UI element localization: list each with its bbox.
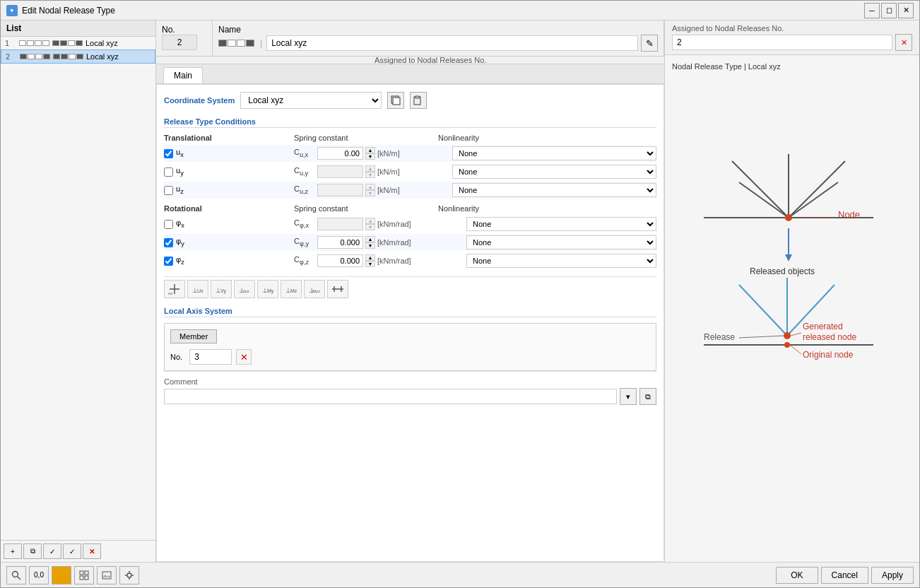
assigned-bar: Assigned to Nodal Releases No. (156, 57, 664, 64)
svg-text:Mz: Mz (290, 288, 297, 293)
comment-section: Comment ▾ ⧉ (164, 371, 656, 405)
name-icon-box (228, 40, 236, 47)
grid-button[interactable] (74, 566, 94, 584)
rotational-header-row: Rotational Spring constant Nonlinearity (164, 204, 656, 213)
assigned-section: Assigned to Nodal Releases No. 2 ✕ (665, 20, 919, 55)
phiy-nonlin-select[interactable]: None (466, 235, 656, 249)
local-axis-section: Local Axis System Member No. 3 ✕ (164, 307, 656, 371)
settings-button[interactable] (119, 566, 139, 584)
list-item-selected[interactable]: 2 Local xyz (1, 49, 155, 64)
uz-nonlin-select[interactable]: None (452, 183, 656, 197)
phiz-spin-down[interactable]: ▼ (365, 261, 375, 267)
comment-label: Comment (164, 377, 656, 386)
ux-checkbox[interactable] (164, 149, 173, 158)
icon-box (35, 54, 42, 59)
svg-rect-53 (102, 572, 111, 579)
list-item[interactable]: 1 Local xyz (1, 37, 155, 49)
phiy-spin-up[interactable]: ▲ (365, 236, 375, 242)
phiz-spin-up[interactable]: ▲ (365, 254, 375, 261)
uy-nonlin-select[interactable]: None (452, 165, 656, 179)
close-button[interactable]: ✕ (898, 3, 914, 18)
name-separator: | (260, 38, 262, 48)
icon-box-filled (60, 40, 67, 46)
ok-button[interactable]: OK (776, 567, 818, 584)
uy-spring-row: Cu,y ▲ ▼ [kN/m] (294, 165, 449, 178)
icon-box (42, 40, 49, 46)
image-button[interactable] (97, 566, 117, 584)
assigned-value-input[interactable]: 2 (672, 35, 892, 50)
phiy-spin-btns: ▲ ▼ (365, 236, 375, 249)
name-input[interactable]: Local xyz (266, 35, 638, 51)
apply-button[interactable]: Apply (871, 567, 914, 584)
coord-system-select[interactable]: Local xyz (240, 92, 382, 109)
form-area: Coordinate System Local xyz Release Type… (156, 84, 664, 562)
rot-nonlin-header: Nonlinearity (438, 204, 656, 213)
list-panel-toolbar: + ⧉ ✓ ✓ ✕ (1, 540, 155, 562)
main-content: List 1 Local xyz (1, 20, 919, 562)
no-field-label: No. (170, 353, 182, 361)
tool-btn-6[interactable]: ⊥Mz (281, 280, 302, 298)
coord-system-label: Coordinate System (164, 96, 235, 105)
comment-copy-btn[interactable]: ⧉ (639, 388, 656, 405)
release-type-conditions: Release Type Conditions Translational Sp… (164, 117, 656, 269)
tab-main[interactable]: Main (163, 67, 203, 83)
minimize-button[interactable]: ─ (864, 3, 880, 18)
ux-spin-up[interactable]: ▲ (365, 147, 375, 153)
color-button[interactable] (52, 566, 71, 584)
phiy-checkbox[interactable] (164, 238, 173, 247)
cancel-button[interactable]: Cancel (821, 567, 868, 584)
svg-marker-54 (102, 575, 111, 577)
bottom-toolbar: 0,0 OK Cancel Apply (1, 562, 919, 587)
phix-nonlin-select[interactable]: None (466, 217, 656, 231)
svg-text:My: My (267, 288, 274, 294)
uz-spin-up: ▲ (365, 184, 375, 190)
add-button[interactable]: + (4, 543, 22, 559)
member-button[interactable]: Member (170, 329, 217, 343)
check2-button[interactable]: ✓ (63, 543, 81, 559)
number-button[interactable]: 0,0 (29, 566, 49, 584)
svg-line-24 (789, 161, 845, 218)
phiy-spring-input[interactable] (317, 236, 363, 249)
assigned-clear-btn[interactable]: ✕ (895, 34, 912, 51)
tool-btn-8[interactable] (327, 280, 348, 298)
phiz-checkbox[interactable] (164, 257, 173, 266)
ux-nonlin-select[interactable]: None (452, 146, 656, 160)
comment-input[interactable] (164, 389, 617, 404)
list-header: List (1, 20, 155, 37)
tool-btn-5[interactable]: ⊥My (257, 280, 278, 298)
svg-line-27 (789, 182, 838, 218)
diagram-title: Nodal Release Type | Local xyz (672, 62, 912, 71)
svg-marker-30 (785, 254, 792, 261)
phix-check-label: φx (164, 218, 291, 229)
uz-spin-btns: ▲ ▼ (365, 184, 375, 196)
copy-button[interactable]: ⧉ (23, 543, 42, 559)
comment-dropdown-btn[interactable]: ▾ (620, 388, 637, 405)
phix-checkbox[interactable] (164, 220, 173, 229)
ux-spring-input[interactable] (317, 147, 363, 160)
restore-button[interactable]: ◻ (881, 3, 897, 18)
icon-box-filled (76, 40, 83, 46)
tool-btn-4[interactable]: ⊥Vyz (234, 280, 255, 298)
tool-btn-1[interactable]: ux (164, 280, 185, 298)
uy-checkbox[interactable] (164, 167, 173, 177)
uz-checkbox[interactable] (164, 186, 173, 195)
clear-button[interactable]: ✕ (236, 349, 252, 365)
tool-btn-3[interactable]: ⊥Vy (211, 280, 232, 298)
phiz-spring-input[interactable] (317, 254, 363, 267)
phiy-spin-down[interactable]: ▼ (365, 242, 375, 249)
check-button[interactable]: ✓ (43, 543, 61, 559)
svg-line-46 (791, 346, 801, 354)
phiz-nonlin-select[interactable]: None (466, 254, 656, 268)
coord-icon-btn1[interactable] (387, 92, 404, 109)
no-field-input[interactable]: 3 (189, 349, 232, 365)
tool-btn-7[interactable]: ⊥Myz (304, 280, 325, 298)
coord-icon-btn2[interactable] (410, 92, 427, 109)
comment-input-row: ▾ ⧉ (164, 388, 656, 405)
ux-spin-down[interactable]: ▼ (365, 153, 375, 160)
tool-btn-2[interactable]: ⊥Ux (187, 280, 208, 298)
no-section: No. 2 (156, 20, 213, 56)
uy-check-label: uy (164, 166, 291, 177)
delete-button[interactable]: ✕ (83, 543, 101, 559)
search-button[interactable] (6, 566, 26, 584)
edit-button[interactable]: ✎ (641, 35, 658, 52)
